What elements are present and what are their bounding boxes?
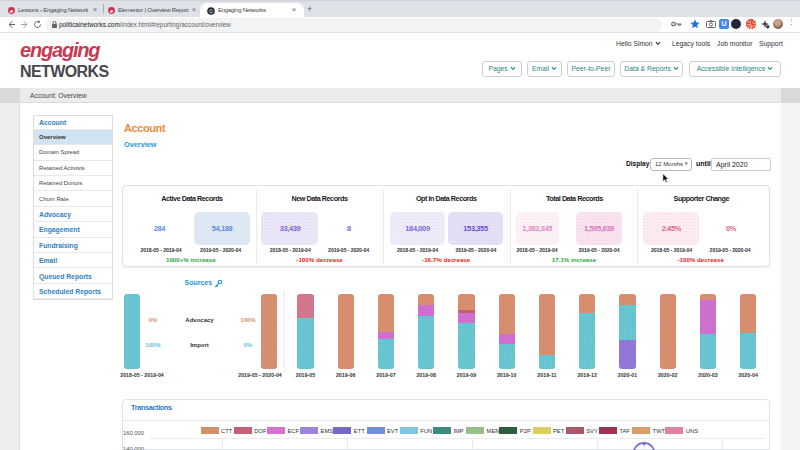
svg-text:e: e: [110, 8, 113, 14]
svg-text:e: e: [10, 8, 13, 14]
